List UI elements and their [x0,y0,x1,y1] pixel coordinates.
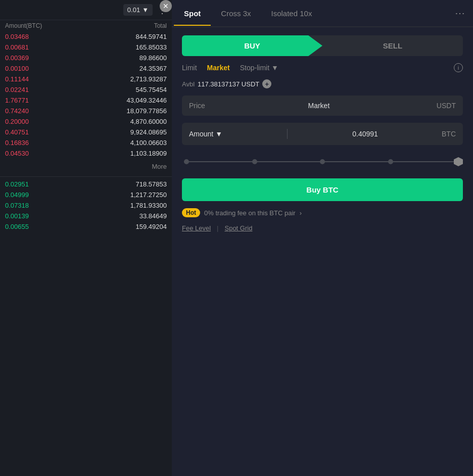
tabs-more-icon[interactable]: ⋯ [449,0,471,26]
sell-order-row[interactable]: 0.00681 165.85033 [0,42,172,53]
amount-slider[interactable] [182,152,463,171]
divider [0,176,172,177]
amount-value: 0.40991 [352,130,378,138]
sell-order-row[interactable]: 0.11144 2,713.93287 [0,74,172,84]
price-value: Market [308,102,329,110]
close-button[interactable]: ✕ [160,0,172,12]
footer-links: Fee Level | Spot Grid [182,224,463,232]
order-type-limit[interactable]: Limit [182,64,197,72]
buy-order-row[interactable]: 0.04999 1,217.27250 [0,189,172,200]
order-type-market[interactable]: Market [207,64,230,72]
buy-order-row[interactable]: 0.00139 33.84649 [0,211,172,221]
amount-field[interactable]: Amount ▼ 0.40991 BTC [182,123,463,145]
more-label: More [152,163,167,170]
price-label: Price [189,102,205,110]
buy-button[interactable]: BUY [182,35,322,56]
sell-orders-list: 0.03468 844.59741 0.00681 165.85033 0.00… [0,31,172,159]
slider-dot-50pct[interactable] [320,159,325,164]
total-column-header: Total [154,22,167,29]
amount-column-header: Amount(BTC) [5,22,42,29]
fee-level-link[interactable]: Fee Level [182,224,211,232]
amount-label: Amount [189,130,213,138]
avbl-value: 117.38137137 USDT [198,80,259,88]
tab-cross-3x[interactable]: Cross 3x [211,2,261,25]
slider-dot-0pct[interactable] [184,159,189,164]
tab-spot[interactable]: Spot [174,2,211,25]
orderbook-column-headers: Amount(BTC) Total [0,20,172,31]
buy-order-row[interactable]: 0.00655 159.49204 [0,221,172,232]
spot-grid-link[interactable]: Spot Grid [224,224,252,232]
decimal-selector[interactable]: 0.01 ▼ [123,4,153,16]
sell-order-row[interactable]: 0.02241 545.75454 [0,84,172,95]
buy-btc-button[interactable]: Buy BTC [182,178,463,201]
promo-text: 0% trading fee on this BTC pair [204,209,296,217]
promo-arrow-icon[interactable]: › [300,209,302,217]
amount-unit: BTC [442,130,456,138]
slider-thumb[interactable] [454,157,463,166]
chevron-down-icon: ▼ [271,64,278,72]
sell-order-row[interactable]: 0.00100 24.35367 [0,63,172,74]
orderbook-header: 0.01 ▼ ⋮ [0,0,172,20]
order-type-bar: Limit Market Stop-limit ▼ i [182,63,463,72]
price-field: Price Market USDT [182,96,463,116]
field-divider [287,129,288,139]
promo-banner: Hot 0% trading fee on this BTC pair › [182,208,463,217]
buy-sell-toggle: BUY SELL [182,35,463,56]
trading-form-panel: Spot Cross 3x Isolated 10x ⋯ BUY SELL Li… [172,0,473,476]
info-icon[interactable]: i [454,63,463,72]
trading-tabs: Spot Cross 3x Isolated 10x ⋯ [172,0,473,27]
sell-order-row[interactable]: 0.16836 4,100.06603 [0,137,172,148]
slider-dot-75pct[interactable] [388,159,393,164]
order-type-stop-limit[interactable]: Stop-limit ▼ [240,64,278,72]
chevron-down-icon: ▼ [142,6,149,14]
footer-divider: | [217,224,218,232]
slider-track [184,161,461,162]
available-balance-row: Avbl 117.38137137 USDT + [182,79,463,88]
slider-dots [184,159,461,164]
slider-dot-25pct[interactable] [252,159,257,164]
avbl-label: Avbl [182,80,195,88]
buy-orders-list: 0.02951 718.57853 0.04999 1,217.27250 0.… [0,179,172,232]
price-unit: USDT [437,102,456,110]
buy-order-row[interactable]: 0.02951 718.57853 [0,179,172,189]
trading-form: BUY SELL Limit Market Stop-limit ▼ i Avb… [172,27,473,240]
sell-button[interactable]: SELL [322,35,463,56]
sell-order-row[interactable]: 0.04530 1,103.18909 [0,148,172,159]
sell-order-row[interactable]: 1.76771 43,049.32446 [0,95,172,106]
sell-order-row[interactable]: 0.03468 844.59741 [0,31,172,42]
sell-order-row[interactable]: 0.74240 18,079.77856 [0,106,172,116]
orderbook-panel: ✕ 0.01 ▼ ⋮ Amount(BTC) Total 0.03468 844… [0,0,172,476]
more-row: More [0,159,172,174]
sell-order-row[interactable]: 0.40751 9,924.08695 [0,127,172,137]
add-funds-button[interactable]: + [262,79,271,88]
amount-chevron-icon: ▼ [215,130,222,138]
sell-order-row[interactable]: 0.00369 89.86600 [0,53,172,63]
amount-selector[interactable]: Amount ▼ [189,130,222,138]
buy-order-row[interactable]: 0.07318 1,781.93300 [0,200,172,211]
hot-badge: Hot [182,208,200,217]
decimal-value: 0.01 [127,6,140,14]
sell-order-row[interactable]: 0.20000 4,870.60000 [0,116,172,127]
tab-isolated-10x[interactable]: Isolated 10x [261,2,322,25]
